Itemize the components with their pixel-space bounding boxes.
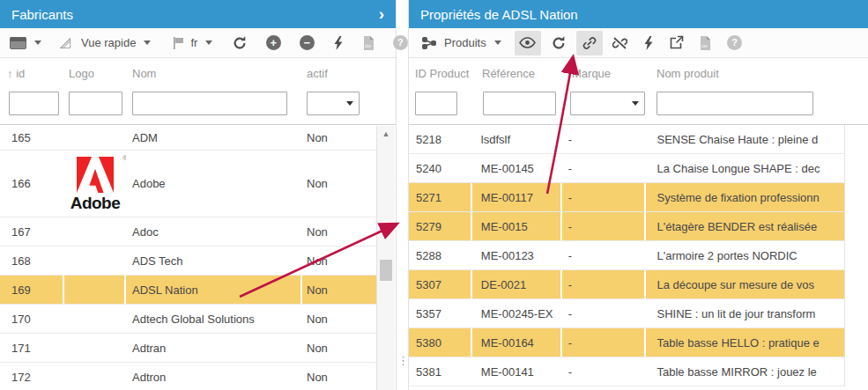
filter-id-input[interactable] [9,92,59,115]
filter-actif-select[interactable] [307,92,360,115]
manufacturers-table-header: ↑ id Logo Nom actif [0,58,396,125]
quick-view-label[interactable]: Vue rapide [81,36,136,49]
table-row[interactable]: 5288 ME-00123 - L'armoire 2 portes NORDI… [409,241,844,270]
collapse-chevron-icon[interactable]: › [379,5,384,22]
manufacturers-titlebar: Fabricants › [0,0,396,28]
column-header-nom-produit[interactable]: Nom produit [657,67,719,80]
unlink-icon[interactable] [610,31,631,55]
table-row[interactable]: 165 ADM Non [0,125,376,151]
table-row-linked[interactable]: 5380 ME-00164 - Table basse HELLO : prat… [409,328,844,357]
svg-text:csv: csv [365,43,372,48]
csv-export-icon[interactable]: csv [694,31,716,55]
remove-icon[interactable]: − [296,31,317,55]
table-row[interactable]: 168 ADS Tech Non [0,247,376,276]
table-row[interactable]: 167 Adoc Non [0,217,376,247]
table-row[interactable]: 5218 lsdfslf - SENSE Chaise Haute : plei… [409,125,844,154]
table-row-linked[interactable]: 5271 ME-00117 - Système de fixation prof… [409,183,844,212]
chevron-down-icon[interactable] [205,40,212,45]
column-header-actif[interactable]: actif [307,67,328,80]
manufacturers-toolbar: Vue rapide fr + − csv ? [0,28,396,58]
table-row[interactable]: 5357 ME-00245-EX - SHINE : un lit de jou… [409,299,844,328]
table-row-linked[interactable]: 5279 ME-0015 - L'étagère BENDER est réal… [409,212,844,241]
svg-text:csv: csv [701,43,708,48]
properties-panel: Propriétés de ADSL Nation Produits [408,0,868,390]
language-label[interactable]: fr [190,36,197,49]
column-header-id[interactable]: id [16,67,25,80]
app-window: Fabricants › Vue rapide fr + [0,0,868,390]
window-icon[interactable] [7,31,28,55]
filter-id-product-input[interactable] [415,92,457,115]
products-table: 5218 lsdfslf - SENSE Chaise Haute : plei… [409,125,845,386]
filter-marque-select[interactable] [570,92,645,115]
table-row[interactable]: 171 Adtran Non [0,334,376,363]
properties-toolbar: Produits csv ? [409,28,868,58]
table-row-linked[interactable]: 5307 DE-0021 - La découpe sur mesure de … [409,270,844,299]
chevron-down-icon[interactable] [144,40,151,45]
csv-export-icon[interactable]: csv [358,31,379,55]
filter-nom-input[interactable] [132,92,287,115]
panel-title: Propriétés de ADSL Nation [420,7,578,22]
panel-resize-handle[interactable]: ⋮ [397,357,406,364]
filter-reference-input[interactable] [483,92,556,115]
properties-titlebar: Propriétés de ADSL Nation [409,0,868,28]
eye-icon[interactable] [515,31,541,55]
column-header-id-product[interactable]: ID Product [415,67,469,80]
table-row[interactable]: 166 ® Adobe Adobe Non [0,151,376,217]
filter-nom-produit-input[interactable] [657,92,813,115]
set-square-icon[interactable] [55,31,76,55]
chevron-down-icon[interactable] [34,40,41,45]
refresh-icon[interactable] [229,31,250,55]
scrollbar-thumb[interactable] [380,260,392,281]
panel-title: Fabricants [11,7,73,22]
mode-label[interactable]: Produits [444,36,486,49]
add-icon[interactable]: + [263,31,284,55]
refresh-icon[interactable] [548,31,569,55]
table-row[interactable]: 5240 ME-00145 - La Chaise Longue SHAPE :… [409,154,844,183]
sort-arrow-icon[interactable]: ↑ [7,67,13,80]
column-header-nom[interactable]: Nom [132,67,156,80]
products-icon[interactable] [419,31,440,55]
table-row[interactable]: 5381 ME-00141 - Table basse MIRROR : jou… [409,357,844,386]
adobe-a-icon [73,157,117,194]
table-row[interactable]: 170 Adtech Global Solutions Non [0,305,376,334]
manufacturers-table: 165 ADM Non 166 ® Adobe [0,125,376,390]
flag-icon[interactable] [167,31,189,55]
adobe-logo: ® Adobe [70,157,121,211]
column-header-logo[interactable]: Logo [69,67,94,80]
vertical-scrollbar[interactable]: ▲ [376,126,395,390]
column-header-reference[interactable]: Référence [482,67,535,80]
adobe-wordmark: Adobe [70,195,121,211]
lightning-icon[interactable] [638,31,659,55]
lightning-icon[interactable] [328,31,349,55]
link-icon[interactable] [576,31,603,55]
scroll-up-icon[interactable]: ▲ [377,129,395,138]
help-icon[interactable]: ? [724,31,746,55]
filter-logo-input[interactable] [69,92,122,115]
manufacturers-panel: Fabricants › Vue rapide fr + [0,0,397,390]
table-row-selected[interactable]: 169 ADSL Nation Non [0,276,376,305]
external-link-icon[interactable] [666,31,687,55]
column-header-marque[interactable]: Marque [572,67,611,80]
chevron-down-icon[interactable] [494,40,501,45]
table-row[interactable]: 172 Adtron Non [0,363,376,390]
products-table-header: ID Product Référence Marque Nom produit [409,58,868,125]
